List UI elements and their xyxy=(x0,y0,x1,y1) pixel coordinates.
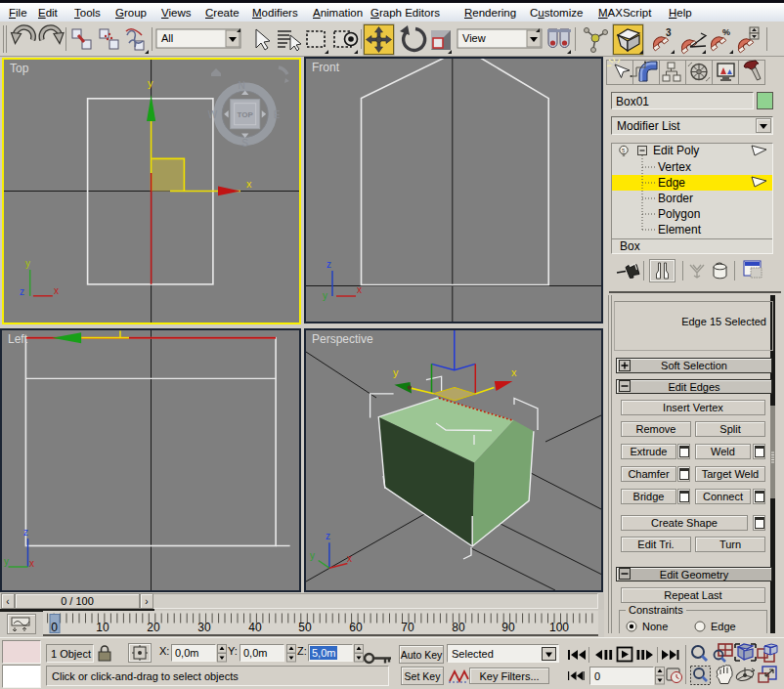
svg-text:x: x xyxy=(246,178,252,190)
svg-text:30: 30 xyxy=(197,621,211,634)
svg-text:All: All xyxy=(161,32,173,44)
svg-text:x: x xyxy=(357,284,362,295)
svg-text:z: z xyxy=(20,286,24,297)
svg-text:80: 80 xyxy=(452,621,465,634)
svg-text:N: N xyxy=(238,80,244,91)
svg-text:y: y xyxy=(323,290,327,301)
svg-text:0: 0 xyxy=(51,621,58,634)
svg-text:3: 3 xyxy=(666,27,672,38)
svg-text:x: x xyxy=(347,553,352,564)
svg-text:y: y xyxy=(310,550,315,561)
svg-text:10: 10 xyxy=(96,621,109,634)
svg-text:70: 70 xyxy=(401,621,414,634)
svg-text:100: 100 xyxy=(549,621,569,634)
svg-text:y: y xyxy=(393,366,399,378)
svg-text:z: z xyxy=(326,531,330,541)
svg-text:View: View xyxy=(462,32,486,44)
svg-text:x: x xyxy=(511,366,517,378)
svg-text:y: y xyxy=(4,556,9,567)
svg-text:Edge: Edge xyxy=(711,621,736,632)
svg-text:z: z xyxy=(23,527,28,538)
svg-text:S: S xyxy=(241,138,248,149)
svg-text:40: 40 xyxy=(248,621,262,634)
svg-text:E: E xyxy=(274,109,281,120)
svg-text:50: 50 xyxy=(298,621,312,634)
svg-text:y: y xyxy=(25,258,30,269)
svg-text:x: x xyxy=(54,285,59,296)
svg-text:None: None xyxy=(642,621,668,632)
svg-text:z: z xyxy=(327,259,331,270)
svg-text:W: W xyxy=(208,109,218,120)
svg-text:60: 60 xyxy=(349,621,363,634)
svg-text:90: 90 xyxy=(501,621,515,634)
svg-text:%: % xyxy=(722,27,730,37)
svg-text:TOP: TOP xyxy=(238,110,254,119)
svg-text:y: y xyxy=(148,77,153,89)
svg-text:x: x xyxy=(29,558,34,569)
svg-text:20: 20 xyxy=(147,621,160,634)
